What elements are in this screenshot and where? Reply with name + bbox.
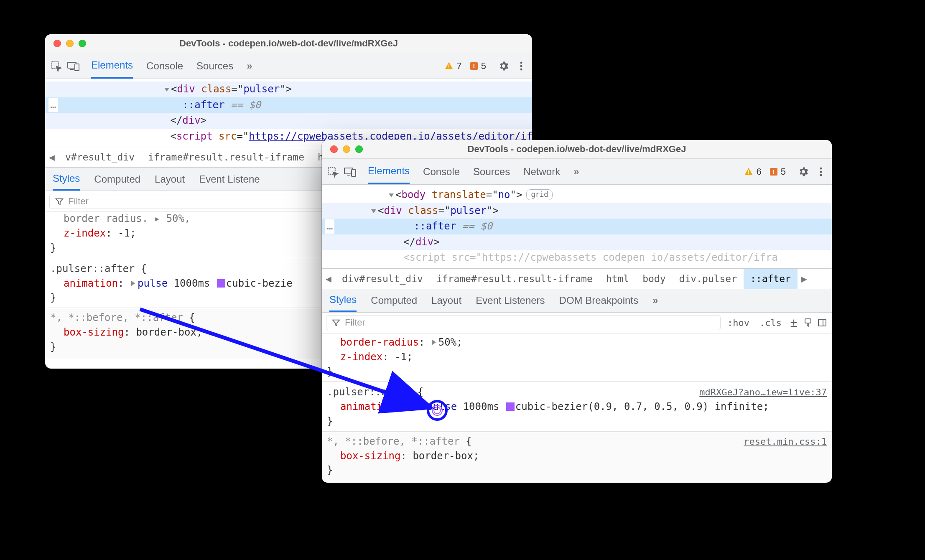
tabs-overflow-icon[interactable]: »	[247, 53, 252, 79]
new-rule-icon[interactable]	[788, 317, 799, 328]
tabs-overflow-icon[interactable]: »	[573, 159, 579, 184]
crumb-item[interactable]: div.pulser	[673, 269, 744, 289]
tab-set: Elements Console Sources »	[91, 53, 252, 79]
titlebar: DevTools - codepen.io/web-dot-dev/live/m…	[322, 140, 832, 159]
svg-rect-21	[805, 319, 811, 323]
crumb-item[interactable]: html	[599, 269, 636, 289]
tab-console[interactable]: Console	[146, 53, 183, 79]
source-link[interactable]: reset.min.css:1	[744, 435, 827, 448]
inspect-icon[interactable]	[48, 59, 64, 74]
toggle-sidebar-icon[interactable]	[817, 317, 828, 328]
tab-set: Elements Console Sources Network »	[368, 159, 579, 184]
dom-line-selected[interactable]: … ::after == $0	[45, 97, 532, 113]
subtab-computed[interactable]: Computed	[94, 168, 140, 191]
dom-tree[interactable]: <body translate="no">grid <div class="pu…	[322, 185, 832, 268]
css-rule[interactable]: border-radius: 50%; z-index: -1; }	[327, 335, 827, 379]
subtab-layout[interactable]: Layout	[431, 289, 461, 312]
expand-caret-icon[interactable]	[432, 339, 436, 345]
grid-badge[interactable]: grid	[526, 189, 553, 200]
errors-count[interactable]: ! 5	[470, 61, 486, 71]
tab-elements[interactable]: Elements	[368, 159, 410, 184]
zoom-icon[interactable]	[79, 40, 86, 47]
subtab-event-listeners[interactable]: Event Listeners	[476, 289, 545, 312]
css-rule[interactable]: .pulser::after {mdRXGeJ?ano…iew=live:37 …	[327, 385, 827, 428]
main-tab-bar: Elements Console Sources » 7 ! 5	[45, 53, 532, 79]
warnings-count[interactable]: 6	[744, 166, 762, 177]
crumb-item[interactable]: div#result_div	[335, 269, 430, 289]
dom-line[interactable]: <body translate="no">grid	[322, 187, 832, 203]
svg-point-8	[520, 68, 522, 70]
zoom-icon[interactable]	[355, 145, 363, 153]
minimize-icon[interactable]	[66, 40, 74, 47]
dom-tree[interactable]: <div class="pulser"> … ::after == $0 </d…	[45, 79, 532, 147]
cls-button[interactable]: .cls	[756, 317, 785, 329]
inspect-icon[interactable]	[325, 164, 340, 179]
main-tab-bar: Elements Console Sources Network » 6 ! 5	[322, 159, 832, 185]
crumb-item[interactable]: iframe#result.result-iframe	[141, 147, 311, 167]
dom-line[interactable]: <div class="pulser">	[322, 203, 832, 219]
source-link[interactable]: mdRXGeJ?ano…iew=live:37	[699, 386, 827, 399]
subtabs-overflow-icon[interactable]: »	[652, 289, 658, 312]
animation-editor-icon[interactable]	[432, 405, 443, 416]
subtab-styles[interactable]: Styles	[329, 289, 357, 312]
paint-flash-icon[interactable]	[803, 317, 813, 328]
settings-icon[interactable]	[796, 164, 811, 179]
kebab-menu-icon[interactable]	[813, 164, 828, 179]
tab-network[interactable]: Network	[523, 159, 560, 184]
crumb-prev-icon[interactable]: ◀	[45, 152, 59, 163]
tab-elements[interactable]: Elements	[91, 53, 133, 79]
ellipsis-icon[interactable]: …	[325, 219, 334, 234]
crumb-prev-icon[interactable]: ◀	[322, 273, 335, 284]
crumb-item[interactable]: iframe#result.result-iframe	[430, 269, 599, 289]
tab-console[interactable]: Console	[423, 159, 460, 184]
subtab-computed[interactable]: Computed	[371, 289, 417, 312]
svg-rect-13	[748, 170, 749, 173]
traffic-lights	[322, 145, 363, 153]
tab-sources[interactable]: Sources	[473, 159, 510, 184]
device-toggle-icon[interactable]	[343, 164, 358, 179]
kebab-menu-icon[interactable]	[514, 59, 529, 74]
filter-placeholder: Filter	[345, 317, 365, 328]
breadcrumb[interactable]: ◀ div#result_div iframe#result.result-if…	[322, 268, 832, 289]
subtab-event-listeners[interactable]: Event Listene	[199, 168, 260, 191]
svg-rect-4	[448, 64, 449, 67]
dom-line[interactable]: </div>	[322, 234, 832, 250]
subtab-dom-breakpoints[interactable]: DOM Breakpoints	[559, 289, 638, 312]
device-toggle-icon[interactable]	[66, 59, 81, 74]
close-icon[interactable]	[54, 40, 61, 47]
expand-caret-icon[interactable]	[408, 404, 412, 410]
svg-point-17	[820, 174, 822, 176]
window-title: DevTools - codepen.io/web-dot-dev/live/m…	[322, 144, 832, 155]
hov-button[interactable]: :hov	[724, 317, 753, 329]
subtab-styles[interactable]: Styles	[53, 168, 80, 191]
crumb-item-selected[interactable]: ::after	[744, 269, 798, 289]
errors-count[interactable]: ! 5	[770, 166, 786, 177]
warnings-count[interactable]: 7	[444, 61, 462, 71]
dom-line[interactable]: <div class="pulser">	[45, 81, 532, 97]
svg-rect-3	[75, 64, 79, 71]
crumb-item[interactable]: v#result_div	[59, 147, 141, 167]
tab-sources[interactable]: Sources	[196, 53, 233, 79]
styles-panel[interactable]: border-radius: 50%; z-index: -1; } .puls…	[322, 333, 832, 482]
svg-point-7	[520, 65, 522, 67]
window-title: DevTools - codepen.io/web-dot-dev/live/m…	[45, 38, 532, 49]
devtools-window-front: DevTools - codepen.io/web-dot-dev/live/m…	[322, 140, 832, 483]
minimize-icon[interactable]	[343, 145, 350, 153]
svg-rect-14	[748, 173, 749, 174]
filter-input[interactable]: Filter	[326, 315, 721, 330]
settings-icon[interactable]	[496, 59, 511, 74]
subtab-layout[interactable]: Layout	[155, 168, 185, 191]
dom-line[interactable]: </div>	[45, 113, 532, 129]
css-rule[interactable]: *, *::before, *::after {reset.min.css:1 …	[322, 433, 832, 482]
expand-caret-icon[interactable]	[131, 280, 135, 286]
crumb-next-icon[interactable]: ▶	[798, 273, 811, 284]
easing-swatch-icon[interactable]	[217, 279, 225, 288]
dom-line[interactable]: <script src="https://cpwebassets codepen…	[322, 250, 832, 266]
dom-line-selected[interactable]: …::after == $0	[322, 219, 832, 234]
close-icon[interactable]	[330, 145, 338, 153]
styles-tab-bar: Styles Computed Layout Event Listeners D…	[322, 289, 832, 313]
crumb-item[interactable]: body	[636, 269, 672, 289]
svg-rect-5	[448, 67, 449, 68]
ellipsis-icon[interactable]: …	[48, 98, 58, 112]
easing-swatch-icon[interactable]	[506, 402, 515, 411]
